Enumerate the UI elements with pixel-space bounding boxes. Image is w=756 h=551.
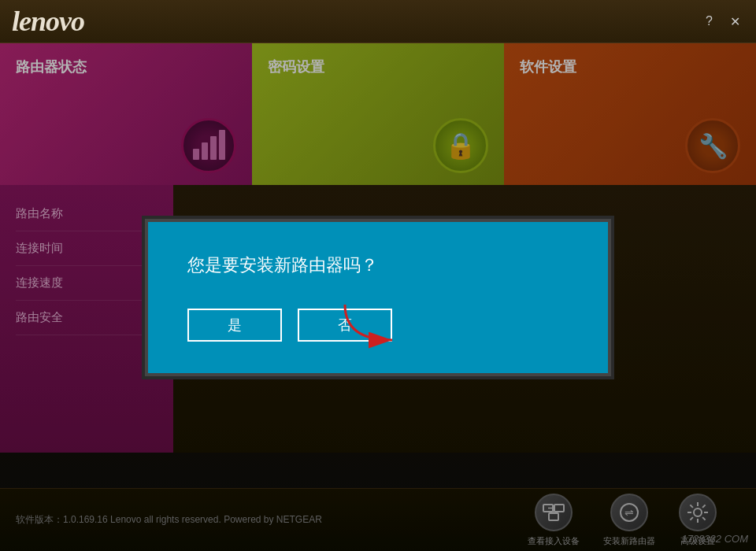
dialog-arrow-icon	[329, 297, 432, 352]
top-bar: lenovo ? ✕	[0, 0, 756, 43]
logo: lenovo	[12, 5, 84, 38]
dialog-title: 您是要安装新路由器吗？	[187, 253, 569, 277]
dialog-yes-button[interactable]: 是	[187, 309, 282, 342]
top-controls: ? ✕	[702, 13, 744, 31]
app-window: lenovo ? ✕ 路由器状态 密码设置 🔒 软件	[0, 0, 756, 551]
help-button[interactable]: ?	[702, 13, 717, 30]
close-button[interactable]: ✕	[726, 13, 744, 31]
dialog-overlay: 您是要安装新路由器吗？ 是 否	[0, 43, 756, 551]
install-router-dialog: 您是要安装新路由器吗？ 是 否	[142, 216, 614, 379]
